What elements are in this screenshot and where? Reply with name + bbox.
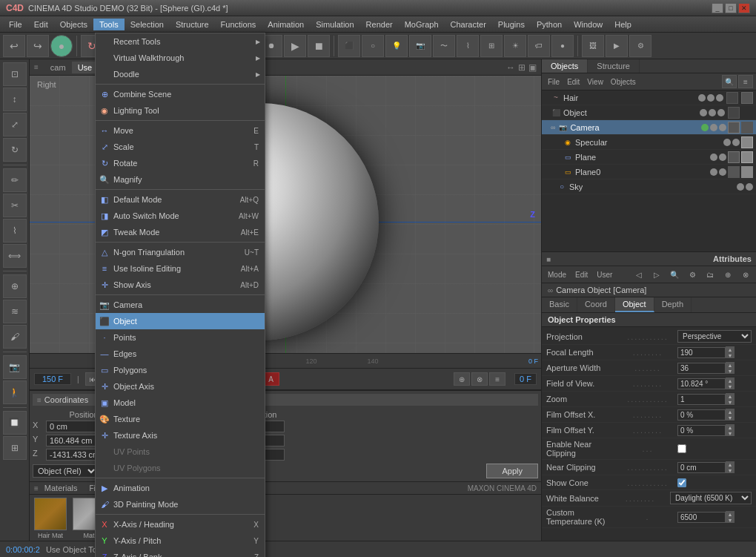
coords-mode-select[interactable]: Object (Rel) Object (Abs) World <box>33 464 98 478</box>
menu-help[interactable]: Help <box>609 19 637 30</box>
tab-depth[interactable]: Depth <box>654 297 692 312</box>
attrs-btn-2[interactable]: ▷ <box>649 268 664 281</box>
viewport-icon-2[interactable]: ⊞ <box>518 62 525 73</box>
obj-dot-12[interactable] <box>710 154 717 161</box>
film-x-input[interactable] <box>677 409 726 421</box>
dd-auto-switch[interactable]: ◨ Auto Switch Mode Alt+W <box>96 208 265 224</box>
menu-animation[interactable]: Animation <box>262 19 310 30</box>
lp-move-btn[interactable]: ↕ <box>3 88 27 111</box>
fov-down[interactable]: ▼ <box>726 383 735 389</box>
transport-3[interactable]: ≡ <box>489 372 505 386</box>
dd-isoline[interactable]: ≡ Use Isoline Editing Alt+A <box>96 260 265 277</box>
obj-dot-16[interactable] <box>737 183 744 191</box>
film-x-down[interactable]: ▼ <box>726 415 735 421</box>
obj-plane0[interactable]: ▭ Plane0 <box>542 165 756 179</box>
dd-model[interactable]: ▣ Model <box>96 395 265 411</box>
close-button[interactable]: ✕ <box>738 3 750 13</box>
viewport-icon-1[interactable]: ↔ <box>506 62 515 73</box>
menu-python[interactable]: Python <box>531 19 568 30</box>
film-x-up[interactable]: ▲ <box>726 409 735 415</box>
settings-button[interactable]: ⚙ <box>629 35 651 57</box>
dd-object-axis[interactable]: ✛ Object Axis <box>96 378 265 395</box>
lp-scale-btn[interactable]: ⤢ <box>3 113 27 136</box>
dd-3d-painting[interactable]: 🖌 3D Painting Mode <box>96 496 265 512</box>
dd-x-axis[interactable]: X X-Axis / Heading X <box>96 516 265 533</box>
dd-rotate[interactable]: ↻ Rotate R <box>96 155 265 171</box>
menu-objects[interactable]: Objects <box>54 19 93 30</box>
dd-points[interactable]: · Points <box>96 329 265 346</box>
material-button[interactable]: ● <box>551 35 574 57</box>
obj-dot-1[interactable] <box>698 94 706 102</box>
near-clip-down[interactable]: ▼ <box>726 467 735 473</box>
dd-texture[interactable]: 🎨 Texture <box>96 411 265 427</box>
dd-object[interactable]: ⬛ Object <box>96 313 265 329</box>
transport-1[interactable]: ⊕ <box>454 372 470 386</box>
focal-up[interactable]: ▲ <box>726 346 735 352</box>
spline-button[interactable]: 〜 <box>433 35 455 57</box>
menu-mograph[interactable]: MoGraph <box>399 19 445 30</box>
attrs-btn-1[interactable]: ◁ <box>631 268 646 281</box>
attrs-btn-3[interactable]: 🔍 <box>667 268 682 281</box>
camera-add-button[interactable]: 📷 <box>409 35 431 57</box>
menu-selection[interactable]: Selection <box>125 19 170 30</box>
window-controls[interactable]: _ □ ✕ <box>712 3 750 13</box>
attrs-menu-user[interactable]: User <box>594 271 615 279</box>
light-button[interactable]: 💡 <box>385 35 408 57</box>
obj-dot-7[interactable] <box>701 124 709 131</box>
menu-structure[interactable]: Structure <box>170 19 215 30</box>
apply-button[interactable]: Apply <box>486 464 538 478</box>
zoom-up[interactable]: ▲ <box>726 393 735 399</box>
lp-smooth-btn[interactable]: ≋ <box>3 300 27 323</box>
undo-button[interactable]: ↩ <box>3 35 25 57</box>
cube-button[interactable]: ⬛ <box>338 35 360 57</box>
attrs-btn-7[interactable]: ⊗ <box>738 268 753 281</box>
dd-virtual-walkthrough[interactable]: Virtual Walkthrough <box>96 50 265 66</box>
sphere-button[interactable]: ○ <box>362 35 384 57</box>
transport-2[interactable]: ⊗ <box>471 372 488 386</box>
menu-edit[interactable]: Edit <box>28 19 54 30</box>
tab-object[interactable]: Object <box>615 297 654 312</box>
obj-dot-10[interactable] <box>723 139 731 146</box>
obj-dot-6[interactable] <box>717 109 725 116</box>
obj-dot-13[interactable] <box>719 154 726 161</box>
dd-lighting-tool[interactable]: ◉ Lighting Tool <box>96 102 265 119</box>
dd-animation[interactable]: ▶ Animation <box>96 480 265 496</box>
aperture-up[interactable]: ▲ <box>726 362 735 368</box>
menu-render[interactable]: Render <box>360 19 399 30</box>
attrs-menu-edit[interactable]: Edit <box>572 271 591 279</box>
viewport-tab-use[interactable]: Use <box>72 62 99 73</box>
obj-menu-objects[interactable]: Objects <box>608 78 639 86</box>
obj-filter-btn[interactable]: ≡ <box>738 75 753 88</box>
dd-uv-points[interactable]: UV Points <box>96 444 265 460</box>
menu-plugins[interactable]: Plugins <box>492 19 531 30</box>
dd-y-axis[interactable]: Y Y-Axis / Pitch Y <box>96 533 265 549</box>
white-balance-select[interactable]: Daylight (6500 K) Tungsten Custom <box>670 492 752 504</box>
temp-down[interactable]: ▼ <box>726 517 735 523</box>
obj-specular[interactable]: ◉ Specular <box>542 135 756 150</box>
effector-button[interactable]: ☀ <box>504 35 526 57</box>
lp-mirror-btn[interactable]: ⟺ <box>3 244 27 268</box>
obj-object[interactable]: ⬛ Object <box>542 105 756 120</box>
attrs-btn-5[interactable]: 🗂 <box>703 268 717 281</box>
film-y-input[interactable] <box>677 425 726 436</box>
obj-menu-view[interactable]: View <box>584 78 606 86</box>
near-clip-checkbox[interactable] <box>677 444 686 453</box>
menu-tools[interactable]: Tools <box>93 19 125 30</box>
dd-combine-scene[interactable]: ⊕ Combine Scene <box>96 86 265 102</box>
obj-dot-11[interactable] <box>732 139 740 146</box>
lp-grid-btn[interactable]: ⊞ <box>3 436 27 460</box>
dd-doodle[interactable]: Doodle <box>96 66 265 82</box>
obj-dot-3[interactable] <box>716 94 723 102</box>
attrs-btn-4[interactable]: ⚙ <box>685 268 700 281</box>
show-cone-checkbox[interactable] <box>677 478 686 487</box>
zoom-input[interactable] <box>677 394 726 405</box>
obj-plane[interactable]: ▭ Plane <box>542 150 756 165</box>
obj-menu-edit[interactable]: Edit <box>564 78 583 86</box>
minimize-button[interactable]: _ <box>712 3 723 13</box>
maximize-button[interactable]: □ <box>725 3 737 13</box>
viewport-icon-3[interactable]: ▣ <box>528 62 537 73</box>
viewport-options-icon[interactable]: ≡ <box>34 63 39 71</box>
obj-dot-9[interactable] <box>719 124 726 131</box>
tab-coord[interactable]: Coord <box>577 297 615 312</box>
obj-dot-17[interactable] <box>746 183 753 191</box>
